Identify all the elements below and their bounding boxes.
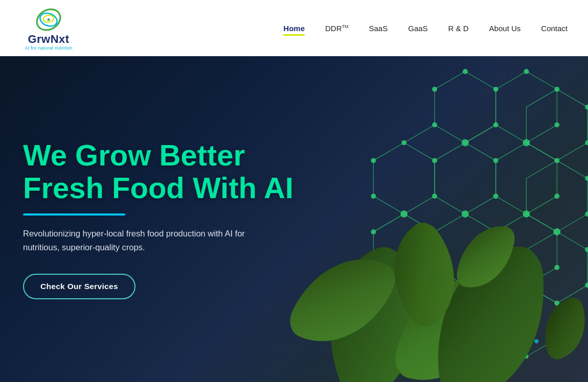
svg-marker-11 [373,214,435,285]
svg-point-25 [493,87,499,92]
svg-point-21 [554,87,559,92]
hero-divider [23,213,125,216]
svg-line-68 [404,214,435,232]
svg-marker-10 [435,214,496,285]
nav-item-saas[interactable]: SaaS [369,24,388,33]
svg-point-60 [555,337,559,341]
svg-marker-5 [435,71,496,143]
svg-point-23 [523,139,530,146]
logo-subtext: AI for natural nutrition [25,45,72,51]
svg-line-75 [383,270,414,291]
logo[interactable]: GrwNxt AI for natural nutrition [20,6,77,51]
svg-line-79 [506,321,537,341]
svg-point-34 [493,158,499,163]
nav-item-about[interactable]: About Us [489,24,521,33]
svg-point-40 [371,194,376,199]
hero-section: .hex-line { stroke: #2ecc71; stroke-widt… [0,56,588,382]
hero-title-line1: We Grow Better [23,138,245,172]
logo-icon [33,6,64,34]
svg-point-30 [554,158,559,163]
svg-line-67 [373,214,404,232]
svg-point-63 [493,301,499,306]
svg-point-49 [493,265,499,270]
svg-point-42 [585,105,588,110]
nav-item-gaas[interactable]: GaaS [408,24,427,33]
hero-title: We Grow Better Fresh Food With AI [23,139,293,204]
svg-point-50 [493,229,499,234]
svg-point-37 [432,158,437,163]
svg-point-32 [523,210,530,218]
svg-point-26 [463,69,468,74]
svg-point-22 [554,123,559,128]
svg-point-27 [432,87,437,92]
svg-point-45 [585,211,588,217]
nav-item-rd[interactable]: R & D [448,24,469,33]
svg-point-59 [554,301,559,306]
svg-point-28 [432,123,437,128]
cta-button[interactable]: Check Our Services [23,274,135,299]
svg-marker-16 [435,285,496,357]
svg-point-64 [463,354,467,359]
hero-description: Revolutionizing hyper-local fresh food p… [23,227,258,254]
logo-text: GrwNxt [28,34,69,45]
svg-point-47 [554,265,559,270]
svg-point-48 [523,282,530,289]
svg-line-77 [445,301,476,311]
hero-title-line2: Fresh Food With AI [23,171,293,204]
svg-point-44 [585,176,588,181]
nav-item-ddr[interactable]: DDRTM [325,24,349,33]
svg-point-57 [585,247,588,252]
hero-content: We Grow Better Fresh Food With AI Revolu… [0,139,293,299]
svg-point-43 [585,140,588,145]
svg-point-56 [371,265,376,270]
svg-point-62 [494,337,498,341]
svg-point-65 [433,337,437,341]
svg-point-24 [493,123,499,128]
svg-point-33 [493,194,499,199]
main-nav: Home DDRTM SaaS GaaS R & D About Us Cont… [283,24,568,33]
svg-point-61 [524,354,528,359]
svg-line-18 [465,125,496,143]
svg-line-76 [414,291,445,311]
svg-marker-7 [435,142,496,214]
nav-item-home[interactable]: Home [283,24,305,33]
header: GrwNxt AI for natural nutrition Home DDR… [0,0,588,56]
svg-point-3 [47,18,50,21]
svg-point-31 [554,194,559,199]
svg-point-51 [462,282,469,289]
svg-point-46 [553,228,560,235]
svg-point-52 [432,265,437,270]
svg-point-39 [371,158,376,163]
svg-point-58 [585,283,588,288]
svg-point-36 [432,194,437,199]
svg-point-20 [524,69,529,74]
svg-line-78 [476,301,506,321]
svg-line-19 [404,125,435,143]
svg-marker-8 [373,142,435,214]
svg-point-35 [462,210,469,218]
nav-item-contact[interactable]: Contact [541,24,568,33]
hex-network-bg: .hex-line { stroke: #2ecc71; stroke-widt… [281,56,588,382]
svg-point-38 [401,140,406,145]
svg-point-29 [462,139,469,146]
